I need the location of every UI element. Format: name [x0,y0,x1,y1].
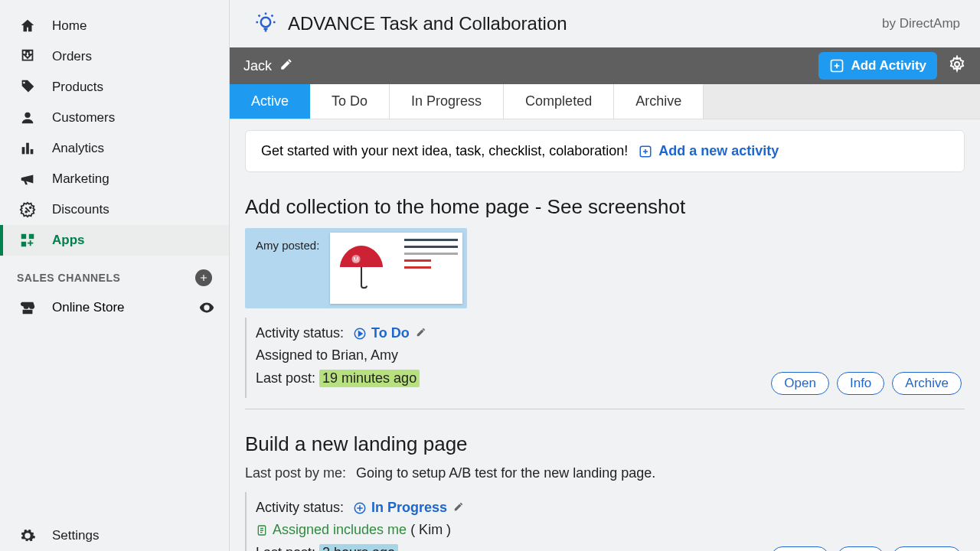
tab-todo[interactable]: To Do [310,84,390,119]
getting-started-banner: Get started with your next idea, task, c… [245,130,965,172]
activity-title: Add collection to the home page - See sc… [245,195,965,219]
tag-icon [17,79,38,96]
last-post-label: Last post: [256,545,315,551]
activity-title: Build a new landing page [245,432,965,456]
app-byline: by DirectAmp [882,16,960,31]
activity-subtitle: Last post by me: Going to setup A/B test… [245,465,965,481]
sales-channels-header: SALES CHANNELS [0,256,229,292]
status-label: Activity status: [256,325,344,341]
app-title: ADVANCE Task and Collaboration [288,13,882,34]
assigned-includes-me: Assigned includes me [256,522,407,538]
nav-label: Discounts [52,202,109,217]
eye-icon[interactable] [198,299,215,316]
apps-icon [17,232,38,249]
discount-icon [17,201,38,218]
info-button[interactable]: Info [837,372,884,395]
nav-label: Apps [52,233,85,248]
activity-card: Add collection to the home page - See sc… [245,195,965,409]
home-icon [17,18,38,34]
nav-label: Settings [52,528,99,543]
edit-status-icon[interactable] [416,325,426,341]
nav-home[interactable]: Home [0,11,229,41]
tab-active[interactable]: Active [230,84,310,119]
activity-meta: Activity status: In Progress Assigned in… [245,492,965,551]
svg-rect-6 [21,242,26,246]
gear-icon [17,527,38,544]
archive-button[interactable]: Archive [892,546,962,551]
svg-point-9 [955,62,959,67]
analytics-icon [17,140,38,157]
edit-user-icon[interactable] [279,57,293,74]
nav-discounts[interactable]: Discounts [0,194,229,225]
post-preview[interactable]: Amy posted: M [245,228,467,308]
post-author: Amy posted: [245,228,330,308]
activity-card: Build a new landing page Last post by me… [245,432,965,551]
channel-online-store[interactable]: Online Store [0,292,229,323]
nav-label: Orders [52,49,92,64]
svg-rect-1 [22,147,25,154]
tab-completed[interactable]: Completed [504,84,614,119]
megaphone-icon [17,171,38,187]
post-thumbnail: M [330,233,462,304]
user-bar: Jack Add Activity [230,47,980,84]
svg-rect-5 [29,234,34,239]
edit-status-icon[interactable] [453,500,464,516]
add-activity-link[interactable]: Add a new activity [639,143,779,159]
nav-analytics[interactable]: Analytics [0,133,229,164]
nav-products[interactable]: Products [0,72,229,103]
person-icon [17,109,38,126]
info-button[interactable]: Info [837,546,884,551]
tab-in-progress[interactable]: In Progress [390,84,504,119]
svg-rect-3 [31,149,34,154]
nav-label: Analytics [52,141,104,156]
sidebar: Home Orders Products Customers Analytics… [0,0,230,551]
status-value[interactable]: To Do [353,325,410,341]
last-post-time: 19 minutes ago [319,370,420,387]
nav-marketing[interactable]: Marketing [0,164,229,194]
open-button[interactable]: Open [771,372,829,395]
nav-label: Customers [52,110,115,126]
nav-settings[interactable]: Settings [0,520,229,551]
nav-customers[interactable]: Customers [0,103,229,133]
svg-point-0 [24,112,30,118]
svg-rect-4 [21,234,26,239]
current-user: Jack [243,58,272,74]
content-area: Get started with your next idea, task, c… [230,119,980,551]
main: ADVANCE Task and Collaboration by Direct… [230,0,980,551]
status-tabs: Active To Do In Progress Completed Archi… [230,84,980,119]
nav-apps[interactable]: Apps [0,225,229,256]
svg-rect-2 [26,143,29,155]
activity-actions: Open Info Archive [771,372,962,395]
last-post-time: 2 hours ago [319,544,398,551]
status-value[interactable]: In Progress [353,500,447,516]
banner-text: Get started with your next idea, task, c… [261,143,628,159]
add-channel-icon[interactable] [195,269,212,286]
nav-label: Marketing [52,171,109,187]
open-button[interactable]: Open [771,546,829,551]
tab-archive[interactable]: Archive [614,84,704,119]
activity-actions: Open Info Archive [771,546,962,551]
lightbulb-icon [254,11,277,37]
assigned-text: Assigned to Brian, Amy [256,347,398,364]
svg-text:M: M [354,256,359,263]
nav-orders[interactable]: Orders [0,41,229,72]
nav-label: Products [52,80,103,95]
store-icon [17,299,38,316]
archive-button[interactable]: Archive [892,372,962,395]
assigned-extra: ( Kim ) [410,522,451,538]
svg-point-7 [261,18,271,28]
app-header: ADVANCE Task and Collaboration by Direct… [230,0,980,47]
status-label: Activity status: [256,500,344,516]
add-activity-button[interactable]: Add Activity [818,52,937,80]
divider [245,409,965,409]
last-post-label: Last post: [256,370,315,386]
orders-icon [17,48,38,65]
settings-icon[interactable] [948,55,966,77]
nav-label: Home [52,18,87,34]
